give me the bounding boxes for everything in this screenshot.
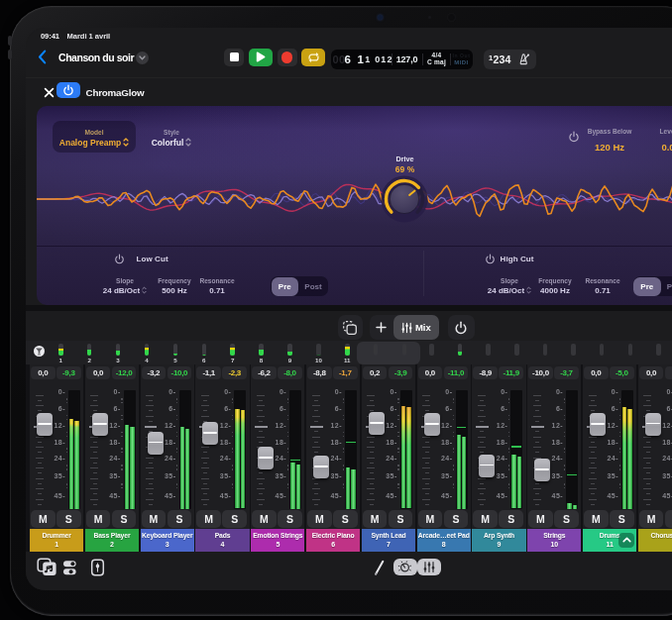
mute-button[interactable]: M — [418, 510, 443, 528]
track-label[interactable]: Strings10 — [527, 529, 581, 552]
volume-value[interactable]: -8,8 — [307, 366, 332, 380]
volume-value[interactable]: -3,2 — [142, 366, 167, 380]
fader-handle[interactable] — [424, 413, 440, 436]
project-menu-button[interactable] — [136, 52, 149, 64]
channel-strip-inspector-icon[interactable] — [90, 559, 105, 576]
solo-button[interactable]: S — [444, 510, 469, 528]
pre-button[interactable]: Pre — [633, 277, 661, 296]
fader-handle[interactable] — [645, 413, 661, 436]
metronome-icon[interactable] — [517, 52, 531, 65]
mute-button[interactable]: M — [252, 510, 277, 528]
peak-level-value[interactable]: -3,9 — [389, 366, 413, 380]
mute-button[interactable]: M — [528, 510, 553, 528]
track-label[interactable]: Pads4 — [195, 529, 249, 552]
solo-button[interactable]: S — [499, 510, 523, 528]
play-button[interactable] — [249, 49, 273, 66]
fader-handle[interactable] — [258, 447, 274, 469]
fader-handle[interactable] — [313, 456, 329, 478]
track-label[interactable]: Electric Piano6 — [306, 529, 360, 552]
add-track-button[interactable] — [370, 315, 393, 340]
peak-level-value[interactable]: -5,0 — [610, 366, 634, 380]
track-label[interactable]: Chorus V — [638, 529, 672, 552]
fader-handle[interactable] — [590, 413, 606, 436]
pre-post-toggle[interactable]: PrePost — [633, 276, 672, 296]
bypass-power-icon[interactable] — [568, 131, 580, 143]
solo-button[interactable]: S — [333, 510, 358, 528]
volume-value[interactable]: 0,0 — [639, 366, 664, 380]
mixer-view-button[interactable] — [417, 559, 441, 576]
peak-level-value[interactable]: -12,0 — [112, 366, 137, 380]
post-button[interactable]: Post — [661, 277, 672, 296]
mix-mode-button[interactable]: Mix — [393, 315, 440, 340]
record-button[interactable] — [278, 49, 297, 66]
fader-handle[interactable] — [92, 413, 108, 436]
peak-level-value[interactable]: -1,7 — [333, 366, 358, 380]
model-selector[interactable]: Model Analog Preamp — [53, 121, 136, 153]
volume-value[interactable]: 0,2 — [363, 366, 388, 380]
volume-value[interactable]: -1,1 — [196, 366, 221, 380]
peak-level-value[interactable]: -8,0 — [278, 366, 302, 380]
volume-value[interactable]: -8,9 — [473, 366, 498, 380]
controls-toggles-icon[interactable] — [62, 560, 77, 576]
mixer-power-button[interactable] — [448, 315, 475, 340]
mute-button[interactable]: M — [584, 510, 609, 528]
regions-view-button[interactable] — [338, 315, 364, 340]
volume-value[interactable]: -10,0 — [528, 366, 553, 380]
mute-button[interactable]: M — [473, 510, 498, 528]
solo-button[interactable]: S — [112, 510, 137, 528]
filter-power-icon[interactable] — [114, 254, 125, 264]
peak-level-value[interactable]: -9,3 — [56, 366, 81, 380]
close-plugin-button[interactable] — [39, 83, 58, 103]
mute-button[interactable]: M — [86, 510, 111, 528]
solo-button[interactable]: S — [610, 510, 634, 528]
drive-knob[interactable] — [380, 174, 429, 224]
peak-level-value[interactable]: -11,9 — [499, 366, 523, 380]
loop-browser-icon[interactable] — [37, 558, 57, 576]
count-in-metronome-group[interactable]: 1234 — [484, 50, 536, 69]
fader-handle[interactable] — [369, 412, 385, 435]
stop-button[interactable] — [224, 49, 244, 66]
solo-button[interactable]: S — [222, 510, 247, 528]
res-value[interactable]: 0.71 — [573, 286, 632, 295]
res-value[interactable]: 0.71 — [187, 286, 247, 295]
volume-value[interactable]: -6,2 — [252, 366, 277, 380]
mute-button[interactable]: M — [307, 510, 332, 528]
peak-level-value[interactable]: -11,0 — [444, 366, 469, 380]
solo-button[interactable]: S — [554, 510, 579, 528]
track-label[interactable]: Drums11 — [583, 529, 636, 552]
fader-handle[interactable] — [479, 455, 495, 477]
volume-value[interactable]: 0,0 — [31, 366, 56, 380]
lcd-display[interactable]: 00 6 1 1 012 127,0 4/4 C maj In Out MIDI — [331, 50, 473, 69]
track-label[interactable]: Drummer1 — [30, 529, 83, 552]
peak-level-value[interactable]: -3,7 — [554, 366, 579, 380]
filter-tracks-button[interactable] — [34, 346, 46, 358]
volume-value[interactable]: 0,0 — [584, 366, 609, 380]
peak-level-value[interactable]: -2,3 — [222, 366, 247, 380]
track-label[interactable]: Emotion Strings5 — [251, 529, 304, 552]
back-chevron-icon[interactable] — [38, 50, 47, 64]
pre-button[interactable]: Pre — [272, 277, 299, 296]
pre-post-toggle[interactable]: PrePost — [271, 276, 328, 296]
solo-button[interactable]: S — [665, 510, 672, 528]
smart-controls-button[interactable] — [393, 559, 417, 576]
mute-button[interactable]: M — [639, 510, 664, 528]
fader-handle[interactable] — [534, 459, 550, 481]
peak-level-value[interactable] — [665, 366, 672, 380]
solo-button[interactable]: S — [278, 510, 302, 528]
cycle-button[interactable] — [301, 49, 325, 66]
track-label[interactable]: Bass Player2 — [85, 529, 139, 552]
solo-button[interactable]: S — [389, 510, 413, 528]
mute-button[interactable]: M — [31, 510, 56, 528]
volume-value[interactable]: 0,0 — [86, 366, 111, 380]
mute-button[interactable]: M — [363, 510, 388, 528]
project-title[interactable]: Chanson du soir — [58, 52, 134, 63]
stack-expand-button[interactable] — [618, 533, 634, 548]
fader-handle[interactable] — [148, 432, 164, 455]
track-label[interactable]: Arcade…eet Pad8 — [417, 529, 471, 552]
mute-button[interactable]: M — [142, 510, 167, 528]
post-button[interactable]: Post — [299, 277, 328, 296]
peak-level-value[interactable]: -10,0 — [168, 366, 192, 380]
track-label[interactable]: Keyboard Player3 — [141, 529, 194, 552]
solo-button[interactable]: S — [56, 510, 81, 528]
track-label[interactable]: Arp Synth9 — [472, 529, 525, 552]
